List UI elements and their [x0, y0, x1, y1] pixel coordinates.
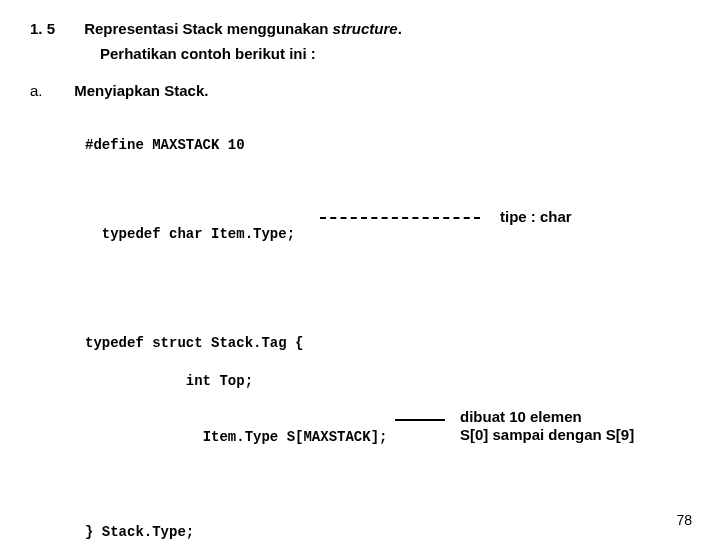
- annotation-s0-s9: S[0] sampai dengan S[9]: [460, 425, 634, 445]
- annotation-tipe-char: tipe : char: [500, 207, 572, 227]
- code-a-line2: typedef char Item.Type;: [102, 226, 295, 242]
- section-number: 1. 5: [30, 20, 80, 37]
- section-title-post: .: [398, 20, 402, 37]
- code-a-line3: typedef struct Stack.Tag {: [85, 335, 303, 351]
- code-a-line4: int Top;: [85, 373, 253, 389]
- code-block-a: #define MAXSTACK 10 typedef char Item.Ty…: [85, 117, 690, 540]
- code-a-line6: } Stack.Type;: [85, 524, 194, 540]
- code-a-line1: #define MAXSTACK 10: [85, 137, 245, 153]
- page-number: 78: [676, 512, 692, 528]
- code-a-line5: Item.Type S[MAXSTACK];: [102, 429, 388, 445]
- dash-connector-1: [320, 217, 480, 219]
- section-title-em: structure: [333, 20, 398, 37]
- subsection-a-label: a.: [30, 82, 70, 99]
- subsection-a: a. Menyiapkan Stack.: [30, 82, 690, 99]
- section-subtitle: Perhatikan contoh berikut ini :: [100, 45, 690, 62]
- solid-connector-1: [395, 419, 445, 421]
- section-title: Representasi Stack menggunakan structure…: [84, 20, 402, 37]
- section-header: 1. 5 Representasi Stack menggunakan stru…: [30, 20, 690, 37]
- section-title-pre: Representasi Stack menggunakan: [84, 20, 332, 37]
- subsection-a-title: Menyiapkan Stack.: [74, 82, 208, 99]
